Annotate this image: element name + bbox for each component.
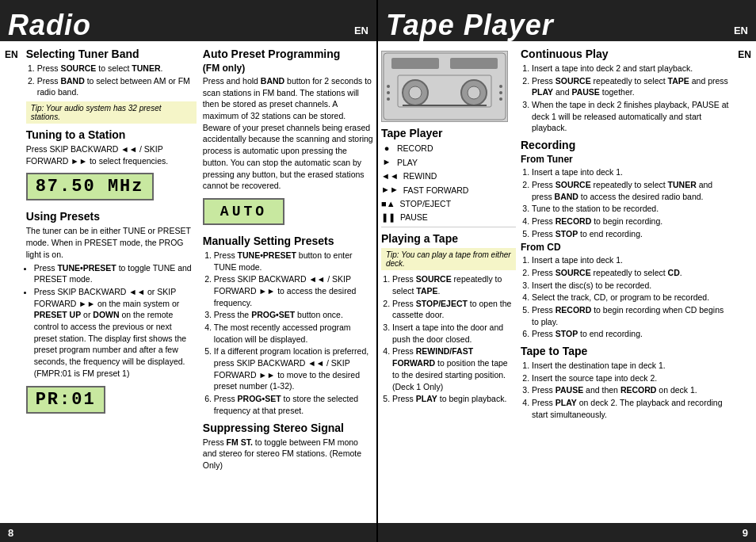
list-item: Press SOURCE repeatedly to select TAPE a…: [532, 75, 730, 98]
svg-rect-2: [450, 58, 498, 69]
page: Radio EN EN Selecting Tuner Band Press S…: [0, 0, 756, 542]
left-page: Radio EN EN Selecting Tuner Band Press S…: [0, 0, 378, 542]
continuous-steps: Insert a tape into deck 2 and start play…: [521, 63, 730, 134]
radio-content-area: Selecting Tuner Band Press SOURCE to sel…: [23, 46, 376, 518]
section-title-presets: Using Presets: [26, 210, 197, 223]
tip-box-tape: Tip: You can play a tape from either dec…: [381, 248, 516, 270]
from-cd-steps: Insert a tape into deck 1. Press SOURCE …: [521, 254, 730, 340]
manually-steps: Press TUNE•PRESET button to enter TUNE m…: [203, 250, 373, 417]
tape-title: Tape Player: [386, 11, 554, 40]
list-item: Press STOP/EJECT to open the cassette do…: [392, 298, 516, 321]
list-item: Insert a tape into deck 1.: [532, 254, 730, 266]
list-item: Press RECORD to begin recording.: [532, 216, 730, 227]
list-item: Press PAUSE and then RECORD on deck 1.: [532, 384, 730, 396]
presets-bullets: Press TUNE•PRESET to toggle TUNE and PRE…: [26, 262, 197, 380]
preset-value: PR:01: [26, 386, 105, 414]
svg-point-6: [468, 86, 480, 99]
svg-rect-1: [391, 58, 439, 69]
controls-list: ● RECORD ► PLAY ◄◄ REWIND: [381, 143, 516, 223]
list-item: Press PLAY on deck 2. The playback and r…: [532, 397, 730, 420]
tape-header: Tape Player EN: [378, 0, 756, 41]
tape-to-tape-steps: Insert the destination tape in deck 1. I…: [521, 360, 730, 420]
stereo-text: Press FM ST. to toggle between FM mono a…: [203, 437, 373, 471]
play-label: PLAY: [397, 157, 418, 169]
list-item: Press RECORD to begin recording when CD …: [532, 304, 730, 327]
section-title-recording: Recording: [521, 139, 730, 151]
control-rewind: ◄◄ REWIND: [381, 170, 516, 182]
list-item: When the tape in deck 2 finishes playbac…: [532, 99, 730, 134]
radio-content: EN Selecting Tuner Band Press SOURCE to …: [0, 41, 376, 523]
radio-col-right: Auto Preset Programming (FM only) Press …: [203, 48, 373, 473]
from-tuner-steps: Insert a tape into deck 1. Press SOURCE …: [521, 166, 730, 239]
en-side-label-left: EN: [0, 46, 23, 518]
stop-eject-symbol: ■▲: [381, 198, 395, 210]
control-play: ► PLAY: [381, 156, 516, 168]
left-page-number: 8: [8, 527, 13, 539]
right-page-number: 9: [743, 527, 748, 539]
tuning-text: Press SKIP BACKWARD ◄◄ / SKIP FORWARD ►►…: [26, 143, 197, 166]
playing-steps: Press SOURCE repeatedly to select TAPE. …: [381, 273, 516, 405]
auto-display-box: AUTO: [203, 193, 373, 230]
svg-point-10: [387, 91, 390, 94]
radio-col-left: Selecting Tuner Band Press SOURCE to sel…: [26, 48, 197, 473]
list-item: If a different program location is prefe…: [214, 345, 373, 392]
list-item: Insert a tape into the door and push the…: [392, 322, 516, 345]
tape-content-area: Tape Player ● RECORD ► PLAY ◄◄: [378, 46, 733, 518]
list-item: Insert a tape into deck 2 and start play…: [532, 63, 730, 74]
list-item: Press SOURCE repeatedly to select TUNER …: [532, 179, 730, 202]
section-title-tuning: Tuning to a Station: [26, 128, 197, 141]
list-item: Insert the destination tape in deck 1.: [532, 360, 730, 372]
divider: [381, 227, 516, 227]
radio-title: Radio: [8, 11, 91, 40]
list-item: Insert a tape into deck 1.: [532, 166, 730, 178]
ff-label: FAST FORWARD: [403, 185, 469, 197]
freq-value: 87.50 MHz: [26, 173, 154, 200]
section-subtitle-from-tuner: From Tuner: [521, 154, 730, 165]
tape-col-narrow: Tape Player ● RECORD ► PLAY ◄◄: [381, 48, 516, 423]
list-item: Press REWIND/FAST FORWARD to position th…: [392, 345, 516, 392]
svg-point-4: [409, 86, 422, 99]
ff-symbol: ►►: [381, 184, 399, 196]
list-item: Press PROG•SET to store the selected fre…: [214, 393, 373, 416]
tape-content: Tape Player ● RECORD ► PLAY ◄◄: [378, 41, 756, 523]
list-item: Press SKIP BACKWARD ◄◄ or SKIP FORWARD ►…: [34, 286, 197, 380]
svg-point-12: [499, 85, 502, 88]
stop-eject-label: STOP/EJECT: [400, 198, 452, 210]
svg-point-9: [387, 85, 390, 88]
section-title-continuous: Continuous Play: [521, 48, 730, 60]
selecting-steps: Press SOURCE to select TUNER. Press BAND…: [26, 63, 197, 98]
right-page: Tape Player EN: [378, 0, 756, 542]
list-item: Press PLAY to begin playback.: [392, 393, 516, 405]
control-record: ● RECORD: [381, 143, 516, 155]
tape-three-col: Tape Player ● RECORD ► PLAY ◄◄: [381, 48, 730, 423]
list-item: Press SKIP BACKWARD ◄◄ / SKIP FORWARD ►►…: [214, 273, 373, 308]
list-item: Press TUNE•PRESET button to enter TUNE m…: [214, 250, 373, 273]
section-subtitle-fm: (FM only): [203, 63, 373, 74]
list-item: Press the PROG•SET button once.: [214, 309, 373, 321]
en-side-label-right: EN: [733, 46, 756, 518]
list-item: Press STOP to end recording.: [532, 328, 730, 340]
radio-header: Radio EN: [0, 0, 376, 41]
tape-svg: [382, 52, 507, 121]
frequency-display: 87.50 MHz: [26, 168, 197, 205]
section-subtitle-from-cd: From CD: [521, 242, 730, 253]
tape-en-label: EN: [734, 25, 748, 40]
list-item: Press SOURCE to select TUNER.: [37, 63, 197, 74]
svg-point-13: [499, 91, 502, 94]
section-title-manually: Manually Setting Presets: [203, 235, 373, 247]
list-item: The most recently accessed program locat…: [214, 322, 373, 345]
tape-illustration: [381, 51, 508, 122]
radio-en-label: EN: [354, 25, 368, 40]
section-title-selecting: Selecting Tuner Band: [26, 48, 197, 60]
section-title-playing: Playing a Tape: [381, 232, 516, 245]
presets-intro: The tuner can be in either TUNE or PRESE…: [26, 225, 197, 260]
control-stop-eject: ■▲ STOP/EJECT: [381, 198, 516, 210]
play-symbol: ►: [381, 156, 392, 168]
list-item: Select the track, CD, or program to be r…: [532, 292, 730, 303]
right-page-number-bar: 9: [378, 523, 756, 542]
rewind-symbol: ◄◄: [381, 170, 399, 182]
control-pause: ❚❚ PAUSE: [381, 212, 516, 223]
tape-player-title: Tape Player: [381, 127, 516, 139]
pause-symbol: ❚❚: [381, 212, 395, 223]
tape-col-wide: Continuous Play Insert a tape into deck …: [521, 48, 730, 423]
